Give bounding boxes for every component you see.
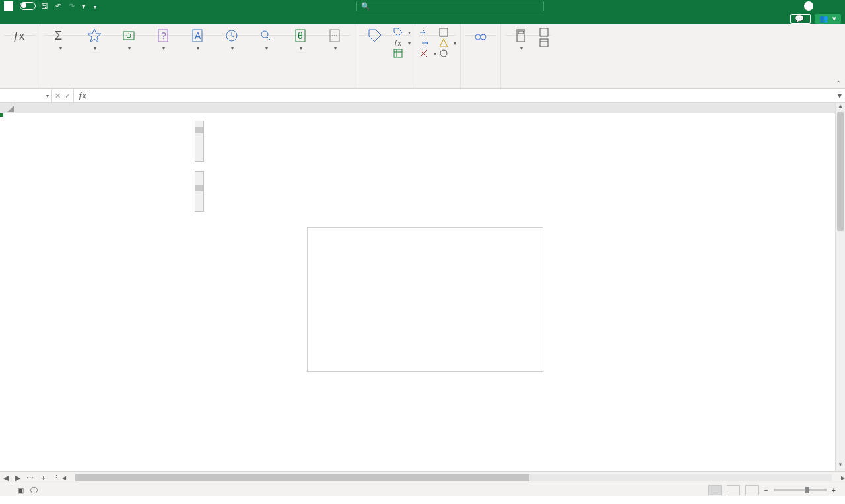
zoom-slider[interactable] <box>774 489 827 491</box>
evaluate-formula-button[interactable] <box>439 49 456 58</box>
name-box[interactable]: ▾ <box>0 89 52 102</box>
select-all-button[interactable] <box>0 103 15 113</box>
switch-icon[interactable] <box>20 2 36 10</box>
warning-icon <box>439 38 448 47</box>
formula-icon <box>439 28 448 37</box>
calc-now-icon <box>539 28 549 37</box>
svg-point-15 <box>334 35 335 36</box>
svg-text:Σ: Σ <box>55 29 62 42</box>
horizontal-scrollbar[interactable]: ◀ ▶ <box>62 472 845 484</box>
undo-icon[interactable]: ↶ <box>55 2 61 10</box>
share-button[interactable]: 👥 ▾ <box>815 14 841 24</box>
search-icon: 🔍 <box>361 2 370 11</box>
define-name-button[interactable]: ▾ <box>393 28 411 37</box>
page-break-view-button[interactable] <box>745 485 759 495</box>
group-calculation <box>501 24 555 88</box>
scroll-down-icon[interactable]: ▼ <box>836 462 845 471</box>
math-trig-button[interactable]: θ <box>285 25 316 53</box>
financial-button[interactable] <box>113 25 145 53</box>
tag-icon <box>367 28 383 44</box>
datetime-button[interactable] <box>216 25 248 53</box>
expand-formula-bar-icon[interactable]: ▾ <box>834 89 845 102</box>
show-formulas-button[interactable] <box>439 28 456 37</box>
add-sheet-button[interactable]: ＋ <box>36 472 50 484</box>
document-filename[interactable]: ▾ <box>94 2 96 10</box>
search-fn-icon <box>258 28 274 44</box>
save-icon[interactable]: 🖫 <box>41 2 48 10</box>
name-manager-button[interactable] <box>359 25 391 45</box>
create-from-selection-button[interactable] <box>393 49 411 58</box>
scroll-up-icon[interactable]: ▲ <box>836 103 845 112</box>
arrow-in-icon <box>419 28 428 37</box>
cell-selection <box>0 113 3 116</box>
arrow-out-icon <box>419 38 428 47</box>
trace-dependents-button[interactable] <box>419 38 436 47</box>
column-headers[interactable] <box>0 103 835 113</box>
embedded-chart[interactable] <box>307 227 543 372</box>
excel-icon <box>4 1 13 11</box>
glasses-icon <box>473 28 489 44</box>
search-input[interactable]: 🔍 <box>356 1 544 11</box>
group-formula-auditing: ▾ ▾ <box>415 24 461 88</box>
zoom-in-button[interactable]: + <box>832 486 836 494</box>
chevron-down-icon: ▾ <box>46 93 49 99</box>
svg-text:?: ? <box>161 30 166 41</box>
star-icon <box>86 28 102 44</box>
status-bar: ▣ ⓘ − + <box>0 484 845 496</box>
error-check-button[interactable]: ▾ <box>439 38 456 47</box>
qat-icons: 🖫 ↶ ↷ ▾ <box>38 2 88 11</box>
sigma-icon: Σ <box>52 28 68 44</box>
svg-point-20 <box>440 50 447 57</box>
more-functions-button[interactable] <box>319 25 351 53</box>
insert-function-button[interactable]: ƒx <box>4 25 36 45</box>
use-in-formula-button[interactable]: ƒx ▾ <box>393 38 411 47</box>
scroll-thumb[interactable] <box>75 474 529 481</box>
formula-input[interactable] <box>90 89 834 102</box>
group-defined-names: ▾ ƒx ▾ <box>355 24 415 88</box>
text-button[interactable]: A <box>182 25 213 53</box>
page-layout-view-button[interactable] <box>727 485 740 495</box>
tab-options-icon[interactable]: ⋮ <box>50 472 62 484</box>
watch-window-button[interactable] <box>465 25 496 45</box>
dots-icon <box>327 28 343 44</box>
clock-icon <box>224 28 240 44</box>
logical-button[interactable]: ? <box>147 25 179 53</box>
worksheet-area: ▲ ▼ <box>0 103 845 471</box>
selection-handle[interactable] <box>0 113 3 117</box>
svg-rect-19 <box>440 28 448 36</box>
vertical-scrollbar[interactable]: ▲ ▼ <box>835 103 845 471</box>
customize-qat-icon[interactable]: ▾ <box>82 2 86 10</box>
form-control-scrollbar-1[interactable] <box>195 121 204 162</box>
group-watch-window <box>461 24 501 88</box>
collapse-ribbon-icon[interactable]: ⌃ <box>836 80 841 87</box>
tab-list-icon[interactable]: ⋯ <box>24 472 36 484</box>
x-arrow-icon <box>419 49 428 58</box>
scroll-left-icon[interactable]: ◀ <box>62 475 66 481</box>
money-icon <box>121 28 137 44</box>
calculate-now-button[interactable] <box>539 28 551 37</box>
remove-arrows-button[interactable]: ▾ <box>419 49 436 58</box>
calc-options-button[interactable] <box>505 25 537 53</box>
cancel-icon[interactable]: ✕ <box>55 92 61 100</box>
question-icon: ? <box>155 28 171 44</box>
form-control-scrollbar-2[interactable] <box>195 171 204 212</box>
comments-button[interactable]: 💬 <box>790 14 811 24</box>
zoom-out-button[interactable]: − <box>764 486 768 494</box>
normal-view-button[interactable] <box>708 485 722 495</box>
avatar[interactable] <box>804 1 813 11</box>
macro-record-icon[interactable]: ▣ <box>17 486 24 495</box>
redo-icon[interactable]: ↷ <box>69 2 75 10</box>
autosum-button[interactable]: Σ <box>44 25 76 53</box>
autosave-toggle[interactable] <box>17 2 38 10</box>
accessibility-button[interactable]: ⓘ <box>30 486 38 495</box>
trace-precedents-button[interactable] <box>419 28 436 37</box>
calculate-sheet-button[interactable] <box>539 38 551 47</box>
tab-scroll-left-icon[interactable]: ◀ <box>0 472 12 484</box>
recent-functions-button[interactable] <box>79 25 110 53</box>
accept-icon[interactable]: ✓ <box>65 92 71 100</box>
lookup-button[interactable] <box>250 25 282 53</box>
tab-scroll-right-icon[interactable]: ▶ <box>12 472 24 484</box>
fx-icon[interactable]: ƒx <box>74 89 90 102</box>
scroll-thumb[interactable] <box>837 112 844 231</box>
scroll-right-icon[interactable]: ▶ <box>841 475 845 481</box>
